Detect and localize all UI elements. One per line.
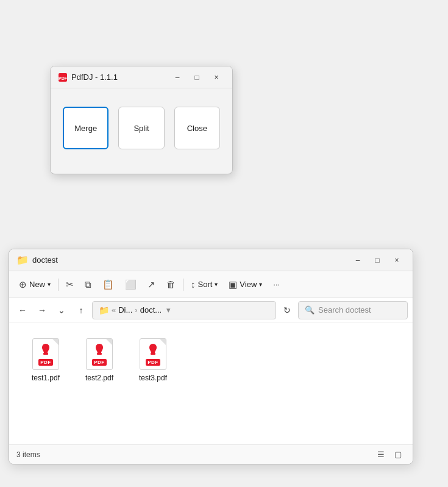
explorer-titlebar: 📁 doctest – □ × (9, 249, 413, 271)
pdfdj-maximize-button[interactable]: □ (188, 70, 205, 85)
paste-icon: 📋 (102, 279, 114, 290)
copy-icon: ⧉ (85, 279, 91, 290)
pdfdj-window-controls: – □ × (169, 70, 225, 85)
cut-button[interactable]: ✂ (61, 275, 79, 294)
explorer-content: PDF test1.pdf PDF test2.pdf (9, 322, 413, 444)
new-label: New (29, 280, 45, 289)
back-button[interactable]: ← (14, 302, 31, 319)
pdf-icon-test1: PDF (30, 337, 61, 371)
pdf-badge-test3: PDF (146, 359, 160, 366)
pdfdj-body: Merge Split Close (51, 88, 232, 174)
explorer-title-left: 📁 doctest (16, 254, 58, 266)
address-chevron: ▾ (166, 305, 171, 315)
view-label: View (240, 280, 257, 289)
explorer-statusbar: 3 items ☰ ▢ (9, 444, 413, 464)
paste-button[interactable]: 📋 (98, 275, 119, 294)
merge-button[interactable]: Merge (63, 107, 108, 149)
pdf-badge-test2: PDF (92, 359, 107, 366)
explorer-toolbar: ⊕ New ▾ ✂ ⧉ 📋 ⬜ ↗ 🗑 ↕ Sort ▾ ▣ (9, 271, 413, 298)
explorer-close-button[interactable]: × (388, 253, 405, 268)
svg-rect-4 (151, 353, 155, 355)
view-button[interactable]: ▣ View ▾ (224, 275, 267, 294)
address-part-1: Di... (118, 305, 132, 315)
pdfdj-title-text: PdfDJ - 1.1.1 (71, 73, 118, 82)
pdfdj-titlebar: PDF PdfDJ - 1.1.1 – □ × (51, 66, 232, 88)
file-name-test1: test1.pdf (32, 374, 60, 382)
toolbar-divider-1 (58, 279, 59, 291)
pdfdj-close-button[interactable]: × (208, 70, 225, 85)
file-name-test3: test3.pdf (139, 374, 167, 382)
file-item-test3[interactable]: PDF test3.pdf (129, 332, 177, 387)
sort-button[interactable]: ↕ Sort ▾ (186, 275, 222, 294)
cut-icon: ✂ (66, 279, 74, 290)
more-button[interactable]: ··· (268, 275, 285, 294)
pdf-icon-test2: PDF (84, 337, 115, 371)
share-button[interactable]: ↗ (143, 275, 160, 294)
share-icon: ↗ (148, 279, 155, 290)
pdf-badge-test1: PDF (38, 359, 53, 366)
address-sep-1: « (112, 305, 116, 315)
address-bar[interactable]: 📁 « Di... › doct... ▾ (92, 301, 276, 319)
status-items-count: 3 items (16, 450, 40, 459)
rename-icon: ⬜ (125, 279, 137, 290)
split-button[interactable]: Split (118, 107, 164, 149)
pdf-icon-test3: PDF (138, 337, 168, 371)
new-button[interactable]: ⊕ New ▾ (14, 275, 55, 294)
rename-button[interactable]: ⬜ (120, 275, 141, 294)
list-view-button[interactable]: ☰ (374, 447, 388, 462)
acrobat-symbol-test3 (146, 343, 160, 359)
file-item-test2[interactable]: PDF test2.pdf (75, 332, 124, 387)
explorer-addressbar: ← → ⌄ ↑ 📁 « Di... › doct... ▾ ↻ 🔍 Search… (9, 298, 413, 322)
file-item-test1[interactable]: PDF test1.pdf (21, 332, 70, 387)
more-icon: ··· (273, 280, 280, 289)
search-icon: 🔍 (305, 305, 315, 315)
pdfdj-app-icon: PDF (58, 73, 68, 82)
new-icon: ⊕ (19, 279, 27, 290)
svg-rect-3 (97, 353, 102, 355)
delete-button[interactable]: 🗑 (162, 275, 180, 294)
address-part-2: doct... (140, 305, 162, 315)
address-folder-icon: 📁 (99, 305, 109, 315)
pdfdj-title-left: PDF PdfDJ - 1.1.1 (58, 73, 118, 82)
refresh-button[interactable]: ↻ (279, 302, 296, 319)
new-chevron-icon: ▾ (48, 281, 51, 288)
grid-view-button[interactable]: ▢ (391, 447, 405, 462)
forward-button[interactable]: → (34, 302, 51, 319)
explorer-title-text: doctest (32, 255, 58, 265)
close-button[interactable]: Close (174, 107, 220, 149)
explorer-window: 📁 doctest – □ × ⊕ New ▾ ✂ ⧉ 📋 ⬜ ↗ (9, 249, 413, 464)
sort-label: Sort (198, 280, 213, 289)
view-icon: ▣ (229, 279, 237, 290)
acrobat-symbol-test1 (38, 343, 53, 359)
svg-rect-2 (43, 353, 48, 355)
delete-icon: 🗑 (166, 279, 176, 290)
acrobat-symbol-test2 (92, 343, 107, 359)
explorer-folder-icon: 📁 (16, 254, 29, 266)
explorer-minimize-button[interactable]: – (349, 253, 366, 268)
copy-button[interactable]: ⧉ (80, 275, 96, 294)
view-toggle: ☰ ▢ (374, 447, 405, 462)
toolbar-divider-2 (183, 279, 183, 291)
recent-button[interactable]: ⌄ (53, 302, 70, 319)
view-chevron-icon: ▾ (259, 281, 262, 288)
search-placeholder: Search doctest (318, 305, 371, 315)
svg-text:PDF: PDF (59, 76, 68, 80)
up-button[interactable]: ↑ (73, 302, 90, 319)
sort-chevron-icon: ▾ (215, 281, 218, 288)
explorer-maximize-button[interactable]: □ (369, 253, 386, 268)
file-name-test2: test2.pdf (85, 374, 113, 382)
pdfdj-minimize-button[interactable]: – (169, 70, 186, 85)
explorer-window-controls: – □ × (349, 253, 405, 268)
pdfdj-window: PDF PdfDJ - 1.1.1 – □ × Merge Split Clos… (50, 66, 233, 174)
address-sep-2: › (135, 305, 137, 315)
sort-icon: ↕ (191, 279, 196, 290)
search-bar[interactable]: 🔍 Search doctest (298, 301, 408, 319)
